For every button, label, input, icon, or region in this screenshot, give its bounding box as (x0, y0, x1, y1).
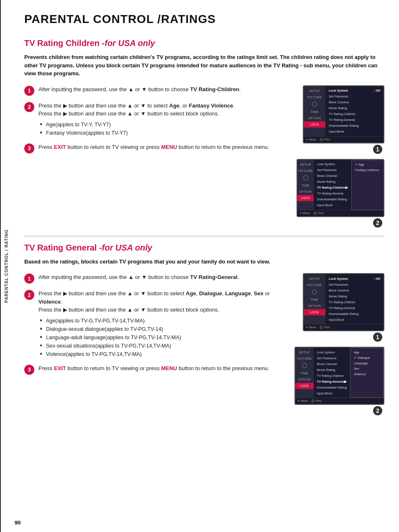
exit-label-2: EXIT (54, 365, 66, 371)
tv-footer-prev-4: ⬛ Prev (311, 399, 322, 403)
tv-footer-move-4: ✦ Move (297, 399, 308, 403)
screen-badge-1: 1 (373, 145, 382, 154)
tv-menu-input-block-3: Input Block (327, 317, 381, 322)
step-number-3: 3 (24, 143, 34, 153)
section2-step2: 2 Press the ▶ button and then use the ▲ … (24, 289, 286, 358)
tv-menu-movie-rating-4: Movie Rating (316, 367, 348, 373)
tv-submenu-language: Language (353, 361, 381, 366)
tv-sidebar-option-3: OPTION (304, 303, 325, 309)
tv-submenu-general: Age Dialogue Language Sex Violence (350, 348, 384, 398)
section1-step3: 3 Press EXIT button to return to TV view… (24, 143, 288, 153)
step2-number-1: 1 (24, 274, 34, 284)
section2-step3: 3 Press EXIT button to return to TV view… (24, 364, 286, 375)
screen1-container: SETUP PICTURE TIME OPTION LOCK (303, 85, 384, 154)
tv-menu-block-channel-2: Block Channel (316, 173, 349, 179)
step-number-1: 1 (24, 86, 34, 96)
tv-menu-downloadable-rating-3: Downloadable Rating (327, 311, 381, 317)
tv-sidebar-picture-2: PICTURE (297, 168, 314, 174)
page-container: PARENTAL CONTROL / RATING PARENTAL CONTR… (0, 0, 399, 532)
section2-step3-text: Press EXIT button to return to TV viewin… (38, 364, 269, 373)
main-content: PARENTAL CONTROL /RATINGS TV Rating Chil… (12, 0, 399, 532)
tv-sidebar-option-4: OPTION (295, 376, 314, 383)
tv-menu-downloadable-rating-2: Downloadable Rating (316, 197, 349, 202)
tv-sidebar-picture-4: PICTURE (295, 356, 314, 362)
tv-menu-input-block-1: Input Block (327, 129, 381, 135)
section2-step2-text: Press the ▶ button and then use the ▲ or… (38, 289, 286, 358)
step-number-2: 2 (24, 102, 34, 112)
tv-sidebar-setup-4: SETUP (295, 349, 314, 356)
tv-sidebar-lock-2: LOCK (297, 195, 314, 201)
bullet-item: Age(applies to TV-Y, TV-Y7) (40, 120, 235, 129)
tv-menu-movie-rating-2: Movie Rating (316, 179, 349, 185)
tv-submenu-dialogue: Dialogue (353, 355, 381, 361)
section-tv-rating-children: TV Rating Children -for USA only Prevent… (24, 38, 384, 228)
tv-footer-move-2: ✦ Move (299, 212, 310, 215)
tv-menu-1: Lock System: Off Set Password Block Chan… (325, 86, 384, 136)
tv-menu-lock-system-3: Lock System: Off (327, 276, 381, 281)
menu-label: MENU (161, 144, 177, 150)
section2-heading: TV Rating General -for USA only (24, 243, 384, 253)
tv-footer-move: ✦ Move (306, 138, 316, 141)
tv-footer-3: ✦ Move ⬛ Prev (304, 324, 384, 330)
tv-screen-4: SETUP PICTURE TIME OPTION LOCK (294, 347, 384, 405)
tv-menu-set-password-2: Set Password (316, 167, 349, 173)
step2-number-3: 3 (24, 365, 34, 375)
tv-sidebar-setup-3: SETUP (304, 276, 325, 282)
tv-menu-tv-rating-general-4: TV Rating-General▶ (316, 379, 348, 384)
exit-label: EXIT (54, 144, 66, 150)
tv-menu-movie-rating-3: Movie Rating (327, 293, 381, 299)
tv-sidebar-setup: SETUP (304, 88, 325, 94)
tv-submenu-sex: Sex (353, 366, 381, 371)
section1-step1-text: After inputting the password, use the ▲ … (38, 85, 241, 94)
tv-footer-4: ✦ Move ⬛ Prev (295, 398, 384, 404)
tv-sidebar-time: TIME (304, 109, 325, 115)
section1-screens: SETUP PICTURE TIME OPTION LOCK (297, 85, 384, 228)
tv-footer-prev: ⬛ Prev (320, 138, 330, 141)
tv-sidebar-lock-4: LOCK (295, 383, 314, 389)
section1-steps-and-screen: 1 After inputting the password, use the … (24, 85, 384, 228)
tv-menu-lock-system-4: Lock System (316, 349, 348, 355)
tv-menu-block-channel-4: Block Channel (316, 361, 348, 367)
section1-step2: 2 Press the ▶ button and then use the ▲ … (24, 102, 288, 137)
tv-sidebar-option-2: OPTION (297, 189, 314, 195)
tv-menu-set-password-4: Set Password (316, 355, 348, 361)
tv-menu-3: Lock System: Off Set Password Block Chan… (325, 274, 384, 324)
tv-footer-2: ✦ Move ⬛ Prev (297, 210, 384, 216)
tv-menu-set-password-3: Set Password (327, 281, 381, 287)
screen-badge-3: 1 (373, 332, 382, 342)
section1-step1: 1 After inputting the password, use the … (24, 85, 288, 96)
tv-submenu-violence: Violence (353, 371, 381, 377)
section-tv-rating-general: TV Rating General -for USA only Based on… (24, 243, 384, 416)
tv-menu-tv-rating-children-4: TV Rating-Children (316, 373, 348, 379)
tv-sidebar-lock: LOCK (304, 121, 325, 128)
tv-menu-tv-rating-children-2: TV Rating-Children▶ (316, 185, 349, 191)
tv-menu-lock-system-2: Lock System (316, 161, 349, 167)
tv-screen-3: SETUP PICTURE TIME OPTION LOCK (303, 273, 384, 331)
tv-menu-input-block-2: Input Block (316, 202, 349, 208)
tv-sidebar-option: OPTION (304, 115, 325, 121)
tv-sidebar-lock-3: LOCK (304, 309, 325, 315)
section2-step1: 1 After inputting the password, use the … (24, 273, 286, 284)
tv-sidebar-time-2: TIME (297, 182, 314, 189)
tv-footer-prev-2: ⬛ Prev (313, 212, 324, 215)
bullet-item: Fantasy Violence(applies to TV-Y7) (40, 129, 235, 137)
tv-menu-movie-rating: Movie Rating (327, 105, 381, 111)
tv-sidebar-audio-2 (297, 174, 314, 182)
tv-menu-input-block-4: Input Block (316, 390, 348, 396)
tv-menu-2: Lock System Set Password Block Channel M… (314, 160, 351, 210)
tv-submenu-fantasy-violence: Fantasy Violence (354, 167, 382, 173)
bullet-item: Age(applies to TV-G,TV-PG,TV-14,TV-MA) (40, 317, 286, 325)
bullet-item: Dialogue-sexual dialogue(applies to TV-P… (40, 325, 286, 333)
step2-number-2: 2 (24, 290, 34, 300)
section2-intro: Based on the ratings, blocks certain TV … (24, 258, 384, 266)
page-title: PARENTAL CONTROL /RATINGS (24, 13, 384, 26)
tv-menu-tv-rating-general-3: TV Rating-General (327, 305, 381, 311)
tv-submenu-age: Age (354, 162, 382, 167)
tv-sidebar-audio-3 (304, 288, 325, 297)
section1-intro: Prevents children from watching certain … (24, 53, 384, 78)
screen2-container: SETUP PICTURE TIME OPTION LOCK (297, 159, 384, 228)
tv-sidebar-time-4: TIME (295, 370, 314, 376)
tv-sidebar-setup-2: SETUP (297, 161, 314, 168)
section1-step3-text: Press EXIT button to return to TV viewin… (38, 143, 269, 151)
section2-bullet-list: Age(applies to TV-G,TV-PG,TV-14,TV-MA) D… (38, 317, 286, 358)
